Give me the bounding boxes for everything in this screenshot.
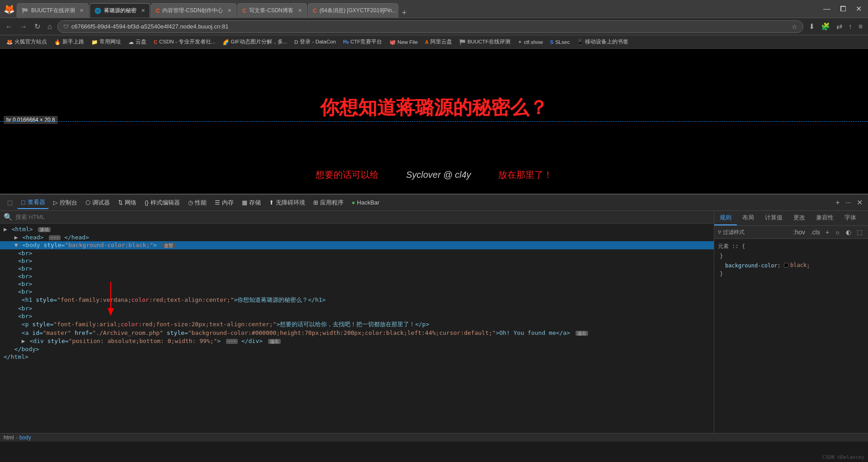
- styles-tab-compat[interactable]: 兼容性: [811, 211, 839, 225]
- tab-close-icon[interactable]: ✕: [80, 8, 84, 14]
- back-button[interactable]: ←: [4, 21, 14, 33]
- firefox-logo-icon: 🦊: [4, 4, 15, 14]
- home-button[interactable]: ⌂: [46, 21, 54, 33]
- devtools-hackbar-tab[interactable]: ● HackBar: [348, 197, 383, 208]
- devtools-console-tab[interactable]: ▷ 控制台: [50, 197, 81, 209]
- storage-label: 存储: [249, 199, 261, 207]
- tab-secret[interactable]: 🌐 蒋璐源的秘密 ✕: [90, 3, 150, 18]
- styles-tab-computed[interactable]: 计算值: [760, 211, 788, 225]
- tree-line-br5[interactable]: <br>: [0, 280, 714, 288]
- devtools-perf-tab[interactable]: ◷ 性能: [184, 197, 210, 209]
- new-pane-button[interactable]: +: [834, 196, 841, 209]
- bookmark-icon: C: [154, 39, 157, 45]
- bookmark-slsec[interactable]: S SLsec: [547, 38, 572, 46]
- tree-line-head[interactable]: ▶ <head> ··· </head>: [0, 233, 714, 241]
- pseudo-hov-button[interactable]: :hov: [792, 228, 807, 237]
- devtools-more-button[interactable]: ···: [844, 196, 853, 209]
- tree-tag: <html>: [12, 226, 33, 233]
- tree-badge: 滚动: [38, 227, 51, 232]
- devtools-app-tab[interactable]: ⊞ 应用程序: [310, 197, 347, 209]
- tree-line-close-body[interactable]: </body>: [0, 345, 714, 353]
- tab-close-icon[interactable]: ✕: [298, 8, 302, 14]
- tree-line-br3[interactable]: <br>: [0, 265, 714, 272]
- title-bar-left: 🦊: [4, 4, 15, 14]
- tab-csdn-content[interactable]: C 内容管理-CSDN创作中心 ✕: [151, 3, 237, 18]
- bookmark-common[interactable]: 📁 常用网址: [89, 38, 124, 46]
- tree-badge-2: 溢出: [268, 339, 281, 344]
- nav-right: ⬇ 🧩 ⇄ ↑ ≡: [807, 20, 864, 33]
- bookmark-label: 移动设备上的书签: [585, 38, 628, 45]
- bookmark-cloud[interactable]: ☁ 云盘: [126, 38, 149, 46]
- tree-tag: </head>: [64, 234, 89, 241]
- breadcrumb-html[interactable]: html: [4, 434, 14, 441]
- contrast-button[interactable]: ◐: [844, 228, 853, 237]
- forward-button[interactable]: →: [18, 21, 29, 33]
- tree-line-div[interactable]: ▶ <div style="position: absolute;bottom:…: [0, 337, 714, 345]
- tree-line-br1[interactable]: <br>: [0, 249, 714, 257]
- devtools-accessibility-tab[interactable]: ⬆ 无障碍环境: [265, 197, 309, 209]
- menu-button[interactable]: ≡: [857, 20, 864, 33]
- tab-buuctf[interactable]: 🏁 BUUCTF在线评测 ✕: [17, 3, 89, 18]
- sync-button[interactable]: ⇄: [835, 20, 844, 33]
- bookmark-ctfshow[interactable]: ✦ ctf.show: [515, 38, 546, 46]
- css-value: black: [784, 262, 807, 268]
- bookmark-datacon[interactable]: D 登录 - DataCon: [292, 38, 339, 46]
- styles-tab-rules[interactable]: 规则: [714, 211, 737, 225]
- devtools-close-button[interactable]: ✕: [855, 196, 864, 209]
- window-maximize-button[interactable]: ⧠: [837, 4, 849, 14]
- window-minimize-button[interactable]: —: [821, 4, 833, 14]
- tree-line-html[interactable]: ▶ <html> 滚动: [0, 225, 714, 233]
- tab-csdn-ctf[interactable]: C (64条消息) [GXYCTF2019]Pin... ✕: [308, 3, 398, 18]
- bookmark-buuctf[interactable]: 🏁 BUUCTF在线评测: [457, 38, 513, 46]
- html-search-input[interactable]: [15, 214, 710, 220]
- add-rule-button[interactable]: +: [824, 228, 831, 237]
- tree-line-br6[interactable]: <br>: [0, 288, 714, 295]
- tree-line-close-html[interactable]: </html>: [0, 353, 714, 361]
- address-bar-input[interactable]: [71, 23, 789, 30]
- new-tab-button[interactable]: +: [399, 8, 410, 18]
- browser-chrome: 🦊 🏁 BUUCTF在线评测 ✕ 🌐 蒋璐源的秘密 ✕ C 内容管理-CSDN创…: [0, 0, 868, 49]
- extensions-button[interactable]: 🧩: [819, 20, 832, 33]
- tab-close-icon[interactable]: ✕: [227, 8, 231, 14]
- devtools-style-editor-tab[interactable]: {} 样式编辑器: [141, 197, 184, 209]
- tree-line-body[interactable]: ▼ <body style="background-color:black;">…: [0, 241, 714, 249]
- bookmark-mobile[interactable]: 📱 移动设备上的书签: [574, 38, 631, 46]
- accessibility-icon: ⬆: [269, 199, 274, 206]
- star-icon[interactable]: ☆: [792, 23, 797, 30]
- tab-close-icon[interactable]: ✕: [141, 8, 145, 14]
- devtools-storage-tab[interactable]: ▦ 存储: [238, 197, 264, 209]
- tree-line-br4[interactable]: <br>: [0, 272, 714, 280]
- light-mode-button[interactable]: ☼: [833, 228, 842, 237]
- devtools-inspector-mode-button[interactable]: ⬚: [4, 197, 16, 208]
- reload-button[interactable]: ↻: [33, 20, 42, 33]
- pseudo-cls-button[interactable]: .cls: [809, 228, 822, 237]
- bookmark-newuser[interactable]: 🔥 新手上路: [52, 38, 87, 46]
- breadcrumb-body[interactable]: body: [19, 434, 31, 441]
- styles-tab-layout[interactable]: 布局: [737, 211, 760, 225]
- tree-line-br7[interactable]: <br>: [0, 305, 714, 312]
- bookmark-firefox[interactable]: 🦊 火狐官方站点: [4, 38, 50, 46]
- devtools-debugger-tab[interactable]: ⬡ 调试器: [82, 197, 113, 209]
- styles-tab-fonts[interactable]: 字体: [839, 211, 862, 225]
- styles-tab-changes[interactable]: 更改: [788, 211, 811, 225]
- devtools-memory-tab[interactable]: ☰ 内存: [211, 197, 237, 209]
- tree-line-br8[interactable]: <br>: [0, 312, 714, 320]
- print-mode-button[interactable]: ⬚: [855, 228, 864, 237]
- tree-line-p[interactable]: <p style="font-family:arial;color:red;fo…: [0, 320, 714, 329]
- downloads-button[interactable]: ⬇: [807, 20, 816, 33]
- tree-line-a[interactable]: <a id="master" href="./Archive_room.php"…: [0, 329, 714, 337]
- bookmark-csdn[interactable]: C CSDN - 专业开发者社...: [151, 38, 218, 46]
- bookmark-gif[interactable]: 🌈 GIF动态图片分解，多...: [220, 38, 290, 46]
- address-bar-container[interactable]: 🛡 ☆: [57, 20, 803, 33]
- bookmark-newfile[interactable]: 🐙 New File: [387, 38, 420, 46]
- bookmark-label: 登录 - DataCon: [300, 38, 336, 45]
- bookmark-aliyun[interactable]: A 阿里云盘: [422, 38, 455, 46]
- devtools-inspector-tab[interactable]: ◻ 查看器: [17, 196, 49, 209]
- share-button[interactable]: ↑: [847, 20, 854, 33]
- devtools-network-tab[interactable]: ⇅ 网络: [114, 197, 140, 209]
- tree-line-br2[interactable]: <br>: [0, 257, 714, 265]
- bookmark-ctf[interactable]: H₅ CTF竞赛平台: [340, 38, 385, 46]
- window-close-button[interactable]: ✕: [853, 4, 864, 14]
- tree-line-h1[interactable]: <h1 style="font-family:verdana;color:red…: [0, 295, 714, 305]
- tab-csdn-write[interactable]: C 写文章-CSDN博客 ✕: [237, 3, 307, 18]
